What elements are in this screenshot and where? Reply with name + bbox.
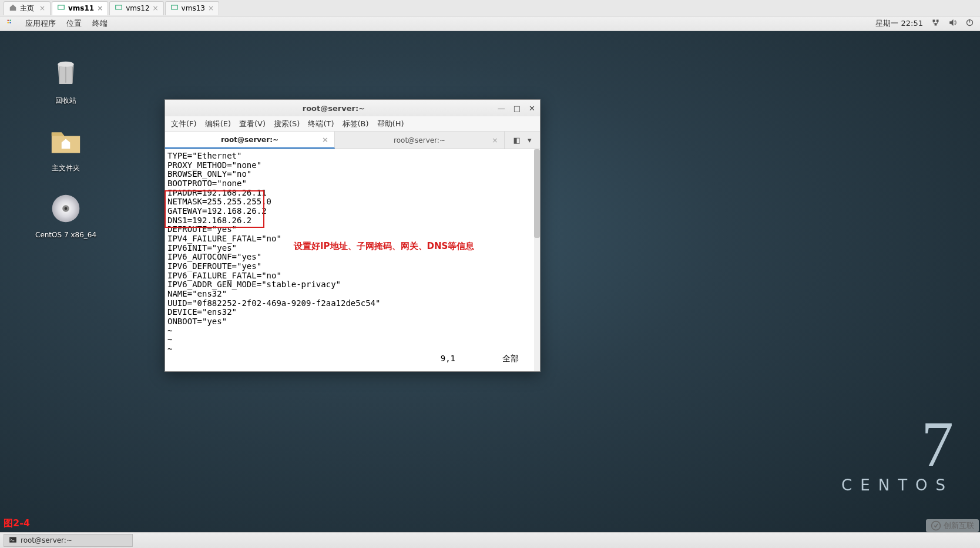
term-line: UUID="0f882252-2f02-469a-9209-f2aa12de5c… [167, 298, 380, 308]
close-icon[interactable]: × [492, 136, 498, 144]
annotation-text: 设置好IP地址、子网掩码、网关、DNS等信息 [294, 241, 474, 252]
svg-point-15 [65, 207, 68, 210]
disc-icon [42, 190, 89, 227]
trash-icon [42, 55, 89, 92]
term-line: TYPE="Ethernet" [167, 151, 241, 160]
sound-icon[interactable] [948, 18, 957, 29]
svg-rect-9 [935, 23, 937, 26]
desktop-icon-trash[interactable]: 回收站 [42, 55, 89, 106]
svg-rect-7 [933, 20, 935, 22]
tab-label: vms13 [182, 4, 205, 12]
tab-label: 主页 [20, 4, 34, 14]
term-line: ONBOOT="yes" [167, 317, 227, 326]
tab-label: vms11 [68, 4, 94, 12]
term-line: NAME="ens32" [167, 289, 227, 298]
network-icon[interactable] [931, 18, 940, 29]
figure-label: 图2-4 [4, 517, 30, 530]
terminal-menu[interactable]: 终端 [92, 18, 108, 29]
clock-label[interactable]: 星期一 22:51 [875, 18, 923, 29]
svg-point-3 [8, 20, 9, 22]
tab-menu-icon[interactable]: ▾ [528, 136, 532, 144]
new-tab-icon[interactable]: ◧ [514, 136, 521, 144]
tab-label: root@server:~ [221, 136, 278, 144]
term-line: ~ [167, 344, 172, 354]
term-line: IPV6_ADDR_GEN_MODE="stable-privacy" [167, 280, 341, 289]
desktop-icon-media[interactable]: CentOS 7 x86_64 [35, 190, 96, 239]
menu-tabs[interactable]: 标签(B) [343, 119, 369, 129]
host-tab-vms13[interactable]: vms13 × [165, 1, 219, 15]
svg-rect-17 [9, 537, 16, 542]
term-line: IPV6_FAILURE_FATAL="no" [167, 271, 281, 280]
svg-point-5 [8, 22, 9, 23]
menu-search[interactable]: 搜索(S) [274, 119, 300, 129]
terminal-tab-1[interactable]: root@server:~ × [165, 132, 335, 149]
tab-label: root@server:~ [394, 136, 445, 144]
terminal-tabbar: root@server:~ × root@server:~ × ◧ ▾ [165, 132, 540, 149]
taskbar: root@server:~ [0, 532, 980, 548]
centos-word: CENTOS [841, 476, 954, 494]
watermark-text: 创新互联 [944, 520, 974, 531]
svg-rect-2 [171, 5, 177, 9]
tab-label: vms12 [126, 4, 149, 12]
menu-help[interactable]: 帮助(H) [377, 119, 404, 129]
term-line: BOOTPROTO="none" [167, 179, 247, 188]
places-menu[interactable]: 位置 [66, 18, 82, 29]
menu-edit[interactable]: 编辑(E) [205, 119, 231, 129]
host-tabs-bar: 主页 × vms11 × vms12 × vms13 × [0, 0, 980, 16]
term-line: IPV6_AUTOCONF="yes" [167, 252, 261, 261]
term-line: ~ [167, 335, 172, 344]
close-button[interactable]: ✕ [529, 105, 535, 112]
svg-point-12 [58, 62, 74, 67]
terminal-menubar: 文件(F) 编辑(E) 查看(V) 搜索(S) 终端(T) 标签(B) 帮助(H… [165, 116, 540, 132]
vm-icon [170, 4, 179, 14]
power-icon[interactable] [965, 18, 974, 29]
menu-view[interactable]: 查看(V) [239, 119, 266, 129]
term-line: DEVICE="ens32" [167, 307, 237, 317]
terminal-titlebar[interactable]: root@server:~ — □ ✕ [165, 100, 540, 116]
applications-menu[interactable]: 应用程序 [25, 18, 56, 29]
terminal-tab-2[interactable]: root@server:~ × [335, 132, 505, 149]
term-line: IPV6_DEFROUTE="yes" [167, 261, 261, 271]
media-label: CentOS 7 x86_64 [35, 231, 96, 239]
terminal-window: root@server:~ — □ ✕ 文件(F) 编辑(E) 查看(V) 搜索… [165, 99, 541, 372]
menu-file[interactable]: 文件(F) [171, 119, 197, 129]
taskbar-button-terminal[interactable]: root@server:~ [4, 534, 133, 547]
terminal-scrollbar[interactable] [534, 149, 540, 371]
host-tab-home[interactable]: 主页 × [4, 1, 51, 15]
term-line: IPV6INIT="yes" [167, 243, 237, 253]
close-icon[interactable]: × [208, 4, 214, 12]
close-icon[interactable]: × [322, 135, 328, 144]
vm-icon [57, 4, 65, 14]
home-label: 主文件夹 [52, 163, 80, 173]
svg-rect-1 [116, 5, 122, 9]
host-tab-vms11[interactable]: vms11 × [52, 1, 108, 15]
activities-icon[interactable] [6, 18, 15, 29]
host-tab-vms12[interactable]: vms12 × [109, 1, 163, 15]
svg-rect-0 [58, 5, 65, 9]
term-line: ~ [167, 326, 172, 335]
cursor-position: 9,1 [441, 354, 455, 364]
close-icon[interactable]: × [39, 4, 45, 12]
desktop-wallpaper: 回收站 主文件夹 CentOS 7 x86_64 root@server:~ —… [0, 31, 980, 532]
centos-logo: 7 CENTOS [841, 412, 954, 500]
desktop-icon-home[interactable]: 主文件夹 [42, 122, 89, 173]
highlight-box [165, 190, 264, 228]
minimize-button[interactable]: — [498, 105, 505, 112]
centos-seven: 7 [921, 412, 954, 476]
menu-terminal[interactable]: 终端(T) [308, 119, 334, 129]
svg-point-4 [9, 20, 11, 22]
term-line: PROXY_METHOD="none" [167, 160, 261, 170]
term-line: IPV4_FAILURE_FATAL="no" [167, 234, 281, 243]
close-icon[interactable]: × [97, 4, 103, 12]
scroll-status: 全部 [502, 354, 519, 364]
folder-home-icon [42, 122, 89, 160]
close-icon[interactable]: × [153, 4, 159, 12]
taskbar-label: root@server:~ [21, 536, 72, 544]
trash-label: 回收站 [55, 96, 76, 106]
svg-point-6 [9, 22, 11, 23]
maximize-button[interactable]: □ [514, 105, 521, 112]
terminal-title: root@server:~ [170, 104, 498, 113]
terminal-content[interactable]: TYPE="Ethernet" PROXY_METHOD="none" BROW… [165, 149, 540, 371]
gnome-top-panel: 应用程序 位置 终端 星期一 22:51 [0, 16, 980, 31]
term-line: BROWSER_ONLY="no" [167, 169, 251, 179]
